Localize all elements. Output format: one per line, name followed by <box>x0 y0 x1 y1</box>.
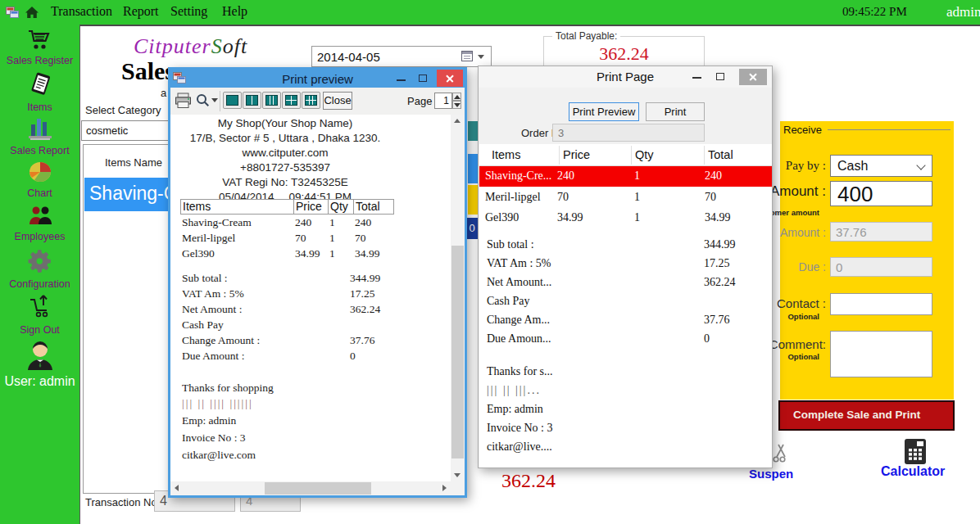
sidebar-item-chart[interactable]: Chart <box>0 158 79 199</box>
scroll-up-icon[interactable] <box>454 119 461 123</box>
user-avatar-icon <box>22 340 58 371</box>
sidebar-user-label: User: admin <box>0 374 79 389</box>
complete-sale-and-print-button[interactable]: Complete Sale and Print <box>778 400 955 431</box>
receipt-vat-no: VAT Regi No: T3245325E <box>175 175 396 190</box>
suspend-scissors-icon[interactable] <box>771 443 791 464</box>
amount-input[interactable]: 400 <box>830 181 932 206</box>
cell-total: 34.99 <box>705 211 731 224</box>
calculator-link[interactable]: Calculator <box>881 464 959 479</box>
page-spin-down-button[interactable] <box>452 101 461 109</box>
cart-icon <box>26 29 54 52</box>
sidebar-item-items[interactable]: Items <box>0 70 79 113</box>
clock-display: 09:45:22 PM <box>842 5 907 19</box>
horizontal-scrollbar[interactable] <box>170 481 451 495</box>
zoom-dropdown-arrow-icon[interactable] <box>211 98 218 102</box>
receipt-item-name: Gel390 <box>182 247 215 260</box>
one-page-view-button[interactable] <box>223 92 242 109</box>
due-field: 0 <box>830 257 932 277</box>
minimize-button[interactable] <box>692 77 701 79</box>
maximize-button[interactable] <box>716 73 724 80</box>
sidebar-label: Items <box>0 102 79 113</box>
receipt-item-price: 34.99 <box>295 247 320 260</box>
menubar-username: admin <box>946 4 980 20</box>
cell-item-name[interactable]: Gel390 <box>485 211 519 224</box>
change-amount-field: 37.76 <box>830 222 932 242</box>
page-number-input[interactable]: 1 <box>434 93 452 109</box>
minimize-button[interactable] <box>397 79 406 81</box>
page-spin-up-button[interactable] <box>452 93 461 101</box>
receive-group-border <box>828 129 951 130</box>
three-page-view-button[interactable] <box>262 92 281 109</box>
date-picker[interactable]: 2014-04-05 <box>311 46 492 67</box>
chevron-down-icon <box>916 160 925 169</box>
selected-table-row[interactable]: Shaving-Cre... 240 1 240 <box>479 166 772 187</box>
pay-by-value: Cash <box>837 159 868 174</box>
receipt-item-total: 70 <box>355 232 366 245</box>
hidden-ui-fragment <box>468 154 478 183</box>
scroll-right-icon[interactable] <box>442 485 447 491</box>
print-preview-button[interactable]: Print Preview <box>569 102 639 121</box>
people-icon <box>26 203 54 228</box>
summary-label: VAT Am : 5% <box>487 257 551 270</box>
print-button[interactable]: Print <box>646 102 705 121</box>
receipt-summary-value: 362.24 <box>350 303 380 316</box>
receive-group-label: Receive <box>783 124 822 136</box>
summary-label: Change Am... <box>487 314 550 327</box>
receipt-col-total: Total <box>353 199 394 215</box>
scroll-left-icon[interactable] <box>175 485 179 491</box>
horizontal-scroll-thumb[interactable] <box>265 482 371 495</box>
app-window-icon <box>6 7 20 19</box>
calculator-icon[interactable] <box>903 438 928 466</box>
maximize-button[interactable] <box>419 75 427 82</box>
menu-transaction[interactable]: Transaction <box>51 4 112 19</box>
print-page-titlebar[interactable]: Print Page <box>479 66 772 88</box>
footer-email-line: citkar@live.... <box>487 440 552 454</box>
sidebar-item-sales-report[interactable]: Sales Report <box>0 115 79 156</box>
close-button[interactable] <box>437 70 463 87</box>
sidebar-label: Sales Report <box>0 145 79 156</box>
receipt-summary-value: 0 <box>350 350 356 363</box>
receipt-barcode: ||| || |||| |||||| <box>182 397 253 410</box>
close-button[interactable] <box>739 69 767 85</box>
cell-qty: 1 <box>634 169 640 183</box>
sidebar-item-configuration[interactable]: Configuration <box>0 247 79 290</box>
print-icon[interactable] <box>175 93 193 109</box>
date-value: 2014-04-05 <box>317 50 380 64</box>
two-page-view-button[interactable] <box>243 92 261 109</box>
four-page-view-button[interactable] <box>282 92 301 109</box>
sidebar-item-sales-register[interactable]: Sales Register <box>0 29 79 66</box>
zoom-icon[interactable] <box>196 93 210 107</box>
receipt-summary-value: 344.99 <box>350 272 380 285</box>
menu-help[interactable]: Help <box>222 4 247 19</box>
pay-by-combobox[interactable]: Cash <box>830 155 932 177</box>
toolbar-separator <box>220 91 220 111</box>
category-combobox[interactable]: cosmetic <box>81 120 171 141</box>
net-total-display: 362.24 <box>501 470 592 492</box>
menu-setting[interactable]: Setting <box>170 4 207 19</box>
close-preview-button[interactable]: Close <box>323 92 352 110</box>
cell-total: 240 <box>705 169 722 183</box>
contact-input[interactable] <box>830 293 932 315</box>
sidebar-item-employees[interactable]: Employees <box>0 203 79 242</box>
home-icon[interactable] <box>25 6 39 19</box>
print-preview-titlebar[interactable]: Print preview <box>170 70 465 88</box>
receipt-item-total: 240 <box>355 216 371 229</box>
comment-input[interactable] <box>830 331 932 377</box>
summary-label: Sub total : <box>487 238 534 251</box>
summary-label: Net Amount... <box>487 276 551 289</box>
menu-report[interactable]: Report <box>123 4 159 19</box>
vertical-scrollbar[interactable] <box>451 115 465 481</box>
six-page-view-button[interactable] <box>302 92 320 109</box>
suspend-link[interactable]: Suspen <box>749 467 808 481</box>
scrollbar-corner <box>451 481 465 495</box>
date-dropdown-arrow-icon[interactable] <box>478 55 484 59</box>
sidebar-item-sign-out[interactable]: Sign Out <box>0 291 79 336</box>
logo-part-1: Citputer <box>134 34 211 58</box>
scroll-down-icon[interactable] <box>454 473 461 477</box>
receipt-address: 17/B, Sector # 5 , Uttara , Dhaka 1230. <box>175 131 396 146</box>
cell-item-name: Shaving-Cre... <box>485 169 551 183</box>
cell-item-name[interactable]: Meril-lipgel <box>485 191 541 204</box>
vertical-scroll-thumb[interactable] <box>451 246 464 458</box>
logo-part-2: S <box>211 34 223 58</box>
cell-price: 240 <box>557 169 574 183</box>
